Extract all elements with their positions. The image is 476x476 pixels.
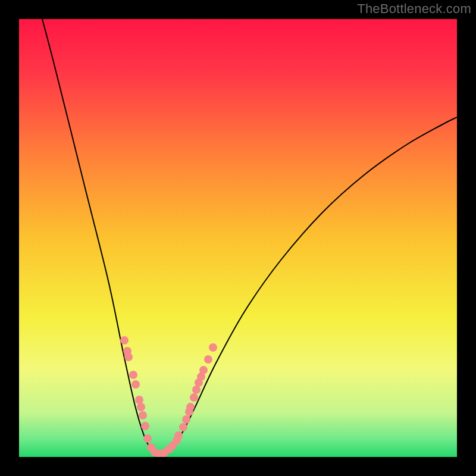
data-marker xyxy=(120,336,129,345)
data-marker xyxy=(135,396,143,404)
data-marker xyxy=(129,371,137,379)
data-marker xyxy=(141,422,149,430)
data-marker xyxy=(124,353,133,361)
data-marker xyxy=(204,355,212,364)
watermark-text: TheBottleneck.com xyxy=(357,1,471,17)
data-marker xyxy=(199,366,208,374)
data-marker xyxy=(137,403,145,411)
data-marker xyxy=(143,434,152,443)
data-marker xyxy=(190,393,198,402)
chart-frame: TheBottleneck.com xyxy=(0,0,476,476)
data-marker xyxy=(209,343,217,352)
data-marker xyxy=(174,431,183,440)
data-marker xyxy=(139,411,147,419)
plot-area xyxy=(19,19,457,457)
bottleneck-curve xyxy=(42,19,457,454)
marker-group xyxy=(120,336,217,457)
data-marker xyxy=(182,415,190,424)
data-marker xyxy=(186,403,195,411)
data-marker xyxy=(131,380,140,389)
data-marker xyxy=(192,386,201,394)
curve-layer xyxy=(19,19,457,457)
data-marker xyxy=(179,423,187,431)
